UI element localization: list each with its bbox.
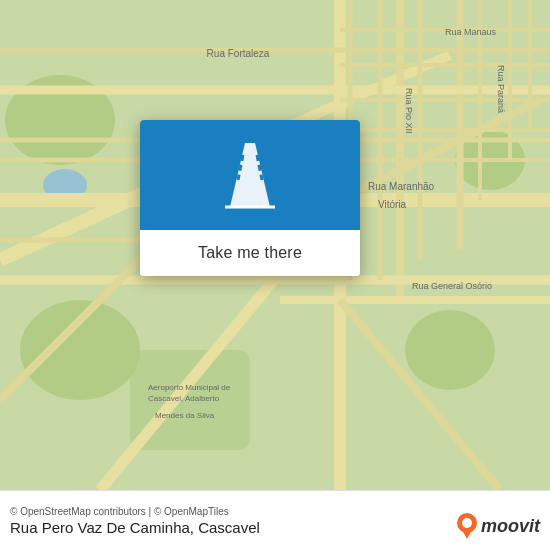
svg-text:Vitória: Vitória [378,199,407,210]
moovit-brand-text: moovit [481,516,540,537]
popup-card: Take me there [140,120,360,276]
svg-text:Cascavel, Adalberto: Cascavel, Adalberto [148,394,220,403]
road-icon [210,135,290,215]
svg-marker-51 [461,528,473,539]
bottom-bar: © OpenStreetMap contributors | © OpenMap… [0,490,550,550]
moovit-logo: moovit [456,512,540,540]
svg-text:Rua General Osório: Rua General Osório [412,281,492,291]
svg-text:Rua Maranhão: Rua Maranhão [368,181,435,192]
svg-marker-46 [230,143,270,207]
svg-text:Aeroporto Municipal de: Aeroporto Municipal de [148,383,231,392]
svg-text:Rua Manaus: Rua Manaus [445,27,497,37]
moovit-pin-icon [456,512,478,540]
svg-text:Rua Paraná: Rua Paraná [496,65,506,113]
map-container: Rua Fortaleza Avenida Brasil Rua Maranhã… [0,0,550,490]
svg-text:Rua Pio XII: Rua Pio XII [404,88,414,134]
take-me-there-button[interactable]: Take me there [140,230,360,276]
svg-text:Mendes da Silva: Mendes da Silva [155,411,215,420]
svg-text:Rua Fortaleza: Rua Fortaleza [207,48,270,59]
popup-icon-area [140,120,360,230]
svg-point-52 [462,518,472,528]
svg-point-3 [405,310,495,390]
